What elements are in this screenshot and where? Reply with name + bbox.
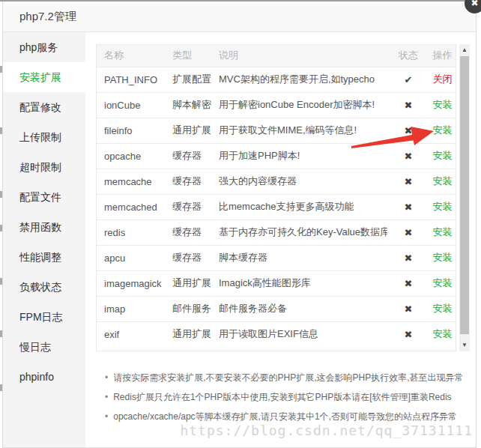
ext-action-link[interactable]: 安装	[433, 328, 453, 339]
ext-status-icon: ✖	[387, 169, 429, 194]
sidebar-item-phpinfo[interactable]: phpinfo	[3, 362, 85, 392]
ext-desc: 用于获取文件MIME,编码等信息!	[211, 118, 387, 143]
bullet-icon: •	[105, 372, 108, 383]
col-header-desc: 说明	[211, 45, 387, 67]
bullet-icon: •	[105, 411, 108, 422]
ext-name: imagemagick	[97, 270, 165, 296]
ext-status-icon: ✖	[387, 92, 429, 118]
table-row: opcache 缓存器 用于加速PHP脚本! ✖ 安装	[97, 143, 456, 169]
ext-status-icon: ✖	[387, 270, 429, 296]
sidebar-item-性能调整[interactable]: 性能调整	[3, 242, 85, 272]
sidebar-item-禁用函数[interactable]: 禁用函数	[3, 212, 85, 242]
ext-name: exif	[97, 321, 165, 347]
ext-type: 通用扩展	[165, 118, 211, 143]
dialog-title: php7.2管理	[3, 1, 476, 32]
ext-desc: MVC架构的程序需要开启,如typecho	[211, 67, 387, 92]
note-item: •请按实际需求安装扩展,不要安装不必要的PHP扩展,这会影响PHP执行效率,甚至…	[105, 368, 464, 387]
table-row: redis 缓存器 基于内存亦可持久化的Key-Value数据库 ✖ 安装	[97, 220, 456, 245]
table-row: PATH_INFO 扩展配置 MVC架构的程序需要开启,如typecho ✔ 关…	[97, 67, 456, 92]
ext-name: imap	[97, 296, 165, 321]
ext-desc: 强大的内容缓存器	[211, 169, 387, 194]
sidebar-item-上传限制[interactable]: 上传限制	[3, 122, 85, 152]
ext-status-icon: ✔	[387, 67, 429, 92]
ext-type: 缓存器	[165, 220, 211, 245]
ext-action-link[interactable]: 安装	[433, 277, 453, 288]
ext-action-link[interactable]: 安装	[433, 303, 453, 314]
ext-desc: 邮件服务器必备	[211, 296, 387, 321]
sidebar-item-php服务[interactable]: php服务	[3, 32, 85, 62]
sidebar-item-配置文件[interactable]: 配置文件	[3, 182, 85, 212]
ext-action-link[interactable]: 安装	[433, 175, 453, 187]
ext-status-icon: ✖	[387, 220, 429, 245]
table-header-row: 名称 类型 说明 状态 操作	[97, 45, 456, 67]
ext-action-link[interactable]: 安装	[433, 124, 453, 136]
ext-action-link[interactable]: 安装	[433, 252, 453, 263]
ext-name: apcu	[97, 245, 165, 270]
page: ✖ php7.2管理 php服务 安装扩展 配置修改 上传限制 超时限制 配置文…	[0, 0, 481, 448]
col-header-action: 操作	[429, 45, 456, 67]
ext-type: 缓存器	[165, 169, 211, 194]
ext-name: memcache	[97, 169, 165, 194]
ext-action-link[interactable]: 安装	[433, 150, 453, 161]
sidebar-item-超时限制[interactable]: 超时限制	[3, 152, 85, 182]
ext-action-link[interactable]: 安装	[433, 226, 453, 237]
scroll-up-icon[interactable]: ▲	[459, 45, 470, 55]
ext-desc: 用于读取图片EXIF信息	[211, 321, 387, 347]
ext-desc: 用于加速PHP脚本!	[211, 143, 387, 169]
table-row: apcu 缓存器 脚本缓存器 ✖ 安装	[97, 245, 456, 270]
ext-action-link[interactable]: 安装	[433, 99, 453, 110]
table-row: fileinfo 通用扩展 用于获取文件MIME,编码等信息! ✖ 安装	[97, 118, 456, 143]
table-row: imagemagick 通用扩展 Imagick高性能图形库 ✖ 安装	[97, 270, 456, 296]
ext-name: memcached	[97, 194, 165, 220]
table-row: memcache 缓存器 强大的内容缓存器 ✖ 安装	[97, 169, 456, 194]
sidebar-item-FPM日志[interactable]: FPM日志	[3, 302, 85, 332]
ext-status-icon: ✖	[387, 194, 429, 220]
ext-status-icon: ✖	[387, 321, 429, 347]
sidebar-item-慢日志[interactable]: 慢日志	[3, 332, 85, 362]
ext-status-icon: ✖	[387, 296, 429, 321]
sidebar-item-负载状态[interactable]: 负载状态	[3, 272, 85, 302]
ext-type: 缓存器	[165, 245, 211, 270]
col-header-type: 类型	[165, 45, 211, 67]
table-scrollbar[interactable]: ▲ ▼	[459, 44, 470, 351]
ext-status-icon: ✖	[387, 245, 429, 270]
ext-name: fileinfo	[97, 118, 165, 143]
bullet-icon: •	[105, 392, 108, 402]
ext-name: PATH_INFO	[97, 67, 165, 92]
ext-type: 扩展配置	[165, 67, 211, 92]
notes-list: •请按实际需求安装扩展,不要安装不必要的PHP扩展,这会影响PHP执行效率,甚至…	[105, 368, 464, 426]
php-manager-dialog: ✖ php7.2管理 php服务 安装扩展 配置修改 上传限制 超时限制 配置文…	[2, 1, 477, 448]
main-panel: 名称 类型 说明 状态 操作 PATH_INFO 扩展配置 MVC架构的程序需要…	[85, 32, 476, 447]
ext-desc: 用于解密ionCube Encoder加密脚本!	[211, 92, 387, 118]
ext-desc: 基于内存亦可持久化的Key-Value数据库	[211, 220, 387, 245]
ext-name: redis	[97, 220, 165, 245]
ext-name: opcache	[97, 143, 165, 169]
extensions-table: 名称 类型 说明 状态 操作 PATH_INFO 扩展配置 MVC架构的程序需要…	[96, 44, 456, 351]
ext-status-icon: ✖	[387, 118, 429, 143]
ext-type: 脚本解密	[165, 92, 211, 118]
ext-type: 通用扩展	[165, 270, 211, 296]
sidebar: php服务 安装扩展 配置修改 上传限制 超时限制 配置文件 禁用函数 性能调整…	[3, 32, 85, 447]
ext-type: 缓存器	[165, 194, 211, 220]
watermark: https://blog.csdn.net/qq_37131111	[180, 423, 473, 438]
sidebar-item-配置修改[interactable]: 配置修改	[3, 92, 85, 122]
table-row: memcached 缓存器 比memcache支持更多高级功能 ✖ 安装	[97, 194, 456, 220]
table-row: exif 通用扩展 用于读取图片EXIF信息 ✖ 安装	[97, 321, 456, 347]
sidebar-item-安装扩展[interactable]: 安装扩展	[3, 62, 85, 92]
note-item: •Redis扩展只允许在1个PHP版本中使用,安装到其它PHP版本请在[软件管理…	[105, 387, 464, 407]
ext-desc: 比memcache支持更多高级功能	[211, 194, 387, 220]
ext-desc: 脚本缓存器	[211, 245, 387, 270]
col-header-name: 名称	[97, 45, 165, 67]
ext-type: 通用扩展	[165, 321, 211, 347]
ext-status-icon: ✖	[387, 143, 429, 169]
table-row: imap 邮件服务 邮件服务器必备 ✖ 安装	[97, 296, 456, 321]
table-row: ionCube 脚本解密 用于解密ionCube Encoder加密脚本! ✖ …	[97, 92, 456, 118]
ext-action-link[interactable]: 安装	[433, 201, 453, 212]
scrollbar-thumb[interactable]	[460, 56, 469, 334]
scroll-down-icon[interactable]: ▼	[459, 340, 470, 351]
ext-desc: Imagick高性能图形库	[211, 270, 387, 296]
col-header-status: 状态	[387, 45, 429, 67]
ext-type: 缓存器	[165, 143, 211, 169]
ext-name: ionCube	[97, 92, 165, 118]
ext-action-link[interactable]: 关闭	[433, 73, 453, 85]
